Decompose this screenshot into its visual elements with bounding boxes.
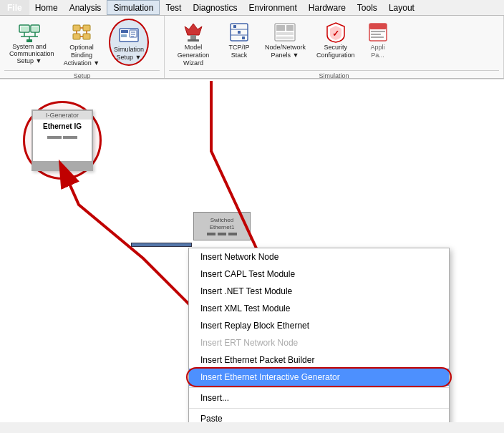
binding-icon xyxy=(70,21,93,44)
appli-label: AppliPa... xyxy=(371,44,385,59)
svg-rect-18 xyxy=(121,30,128,33)
menubar: File Home Analysis Simulation Test Diagn… xyxy=(0,0,504,16)
menu-test[interactable]: Test xyxy=(160,0,187,15)
menu-diagnostics[interactable]: Diagnostics xyxy=(187,0,243,15)
svg-rect-11 xyxy=(73,34,80,39)
ribbon: System andCommunicationSetup ▼ xyxy=(0,16,504,79)
svg-rect-40 xyxy=(369,24,387,29)
security-label: SecurityConfiguration xyxy=(316,44,355,59)
ribbon-btn-security[interactable]: ✓ SecurityConfiguration xyxy=(312,19,359,62)
ctx-insert-xml[interactable]: Insert XML Test Module xyxy=(189,300,449,317)
svg-rect-10 xyxy=(83,25,90,31)
ribbon-group-simulation: Model GenerationWizard TCP/IPStack xyxy=(165,16,504,78)
svg-rect-19 xyxy=(121,34,127,37)
svg-rect-43 xyxy=(371,37,384,38)
svg-rect-37 xyxy=(276,37,294,39)
menu-environment[interactable]: Environment xyxy=(243,0,302,15)
svg-marker-24 xyxy=(185,24,202,35)
igen-inner: I-Generator Ethernet IG xyxy=(32,110,93,171)
canvas: I-Generator Ethernet IG SwitchedEthernet… xyxy=(0,79,504,422)
modelgen-label: Model GenerationWizard xyxy=(173,44,213,67)
svg-rect-25 xyxy=(190,35,196,39)
svg-rect-34 xyxy=(276,25,285,31)
ctx-insert-eth-packet[interactable]: Insert Ethernet Packet Builder xyxy=(189,351,449,369)
switched-inner: SwitchedEthernet1 xyxy=(193,212,251,240)
svg-rect-35 xyxy=(286,25,294,31)
ctx-separator-2 xyxy=(189,408,449,409)
security-icon: ✓ xyxy=(324,21,347,44)
ctx-paste[interactable]: Paste xyxy=(189,410,449,422)
svg-rect-36 xyxy=(276,32,294,35)
appli-icon xyxy=(367,21,389,44)
ctx-insert-network[interactable]: Insert Network Node xyxy=(189,248,449,266)
ctx-insert-rep[interactable]: Insert Replay Block Ethernet xyxy=(189,317,449,334)
svg-rect-26 xyxy=(188,39,199,42)
syscom-icon xyxy=(18,21,41,44)
tcpip-icon xyxy=(228,21,251,44)
menu-hardware[interactable]: Hardware xyxy=(303,0,352,15)
svg-rect-3 xyxy=(32,26,38,31)
syscom-label: System andCommunicationSetup ▼ xyxy=(9,44,49,65)
menu-layout[interactable]: Layout xyxy=(383,0,420,15)
ribbon-btn-node[interactable]: Node/NetworkPanels ▼ xyxy=(261,19,309,62)
svg-rect-8 xyxy=(26,39,32,42)
menu-file[interactable]: File xyxy=(0,0,29,15)
ribbon-btn-simsetup[interactable]: SimulationSetup ▼ xyxy=(109,19,149,66)
ribbon-btn-syscom[interactable]: System andCommunicationSetup ▼ xyxy=(4,19,54,67)
simsetup-icon xyxy=(117,23,140,46)
ctx-insert-ellipsis[interactable]: Insert... xyxy=(189,389,449,407)
ribbon-btn-appli[interactable]: AppliPa... xyxy=(362,19,394,62)
svg-rect-32 xyxy=(242,37,245,39)
simsetup-label: SimulationSetup ▼ xyxy=(114,46,144,62)
ribbon-btn-modelgen[interactable]: Model GenerationWizard xyxy=(169,19,218,69)
binding-label: Optional BindingActivation ▼ xyxy=(62,44,102,67)
menu-home[interactable]: Home xyxy=(29,0,64,15)
svg-rect-31 xyxy=(238,31,241,34)
ribbon-btn-tcpip[interactable]: TCP/IPStack xyxy=(220,19,258,62)
menu-simulation[interactable]: Simulation xyxy=(107,0,160,15)
ctx-separator-1 xyxy=(189,387,449,388)
ctx-insert-net-test[interactable]: Insert .NET Test Module xyxy=(189,283,449,300)
node-icon xyxy=(273,21,296,44)
igen-label: Ethernet IG xyxy=(43,122,82,130)
svg-rect-41 xyxy=(371,31,385,32)
svg-rect-9 xyxy=(73,25,80,31)
switched-connectors xyxy=(207,233,237,235)
svg-rect-12 xyxy=(83,34,90,39)
igen-bottom xyxy=(33,161,92,170)
svg-rect-30 xyxy=(233,25,236,28)
svg-rect-1 xyxy=(21,26,28,31)
ctx-insert-ert: Insert ERT Network Node xyxy=(189,334,449,351)
tcpip-label: TCP/IPStack xyxy=(228,44,249,59)
ctx-insert-capl[interactable]: Insert CAPL Test Module xyxy=(189,266,449,283)
node-label: Node/NetworkPanels ▼ xyxy=(265,44,305,59)
ctx-insert-eth-ig[interactable]: Insert Ethernet Interactive Generator xyxy=(189,369,449,386)
svg-text:✓: ✓ xyxy=(332,29,339,39)
ribbon-group-setup: System andCommunicationSetup ▼ xyxy=(0,16,165,78)
context-menu: Insert Network Node Insert CAPL Test Mod… xyxy=(188,248,450,422)
menu-analysis[interactable]: Analysis xyxy=(64,0,107,15)
eth-connection-line xyxy=(131,243,192,247)
svg-rect-42 xyxy=(371,34,381,35)
menu-tools[interactable]: Tools xyxy=(352,0,383,15)
igen-block[interactable]: I-Generator Ethernet IG xyxy=(23,101,102,180)
ribbon-btn-binding[interactable]: Optional BindingActivation ▼ xyxy=(57,19,106,69)
igen-title: I-Generator xyxy=(33,111,92,120)
modelgen-icon xyxy=(182,21,205,44)
